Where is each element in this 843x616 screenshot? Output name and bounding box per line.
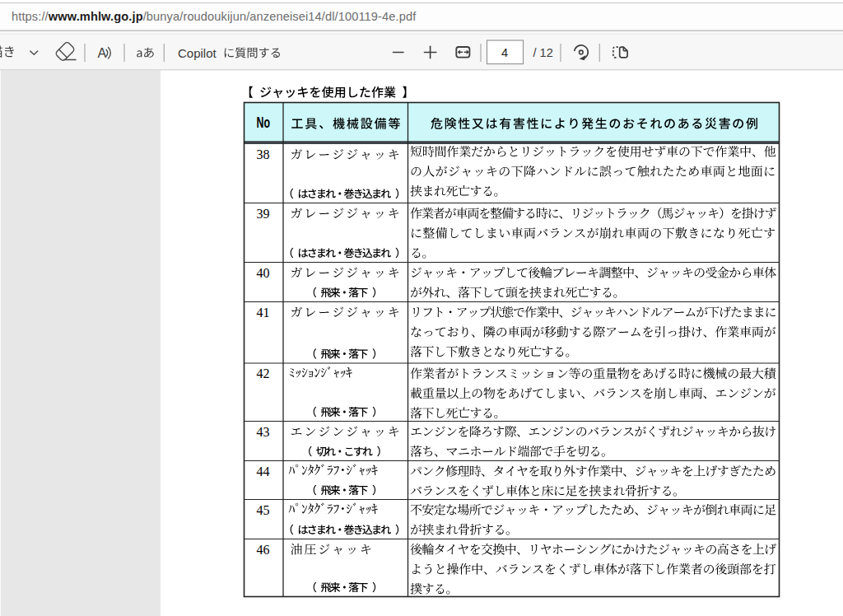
svg-text:4: 4 bbox=[501, 46, 508, 59]
svg-text:42: 42 bbox=[257, 366, 270, 380]
svg-text:46: 46 bbox=[257, 543, 270, 557]
svg-text:40: 40 bbox=[257, 266, 270, 280]
svg-text:https://www.mhlw.go.jp/bunya/r: https://www.mhlw.go.jp/bunya/roudoukijun… bbox=[12, 10, 417, 23]
svg-text:No: No bbox=[257, 114, 271, 131]
svg-text:A: A bbox=[98, 46, 107, 60]
svg-text:Copilot: Copilot bbox=[178, 46, 217, 60]
svg-text:43: 43 bbox=[257, 425, 270, 439]
svg-text:44: 44 bbox=[257, 464, 270, 478]
svg-text:45: 45 bbox=[257, 503, 270, 517]
svg-text:39: 39 bbox=[257, 207, 270, 221]
svg-text:41: 41 bbox=[257, 306, 270, 320]
svg-text:/ 12: / 12 bbox=[533, 46, 553, 59]
svg-text:38: 38 bbox=[257, 147, 270, 161]
